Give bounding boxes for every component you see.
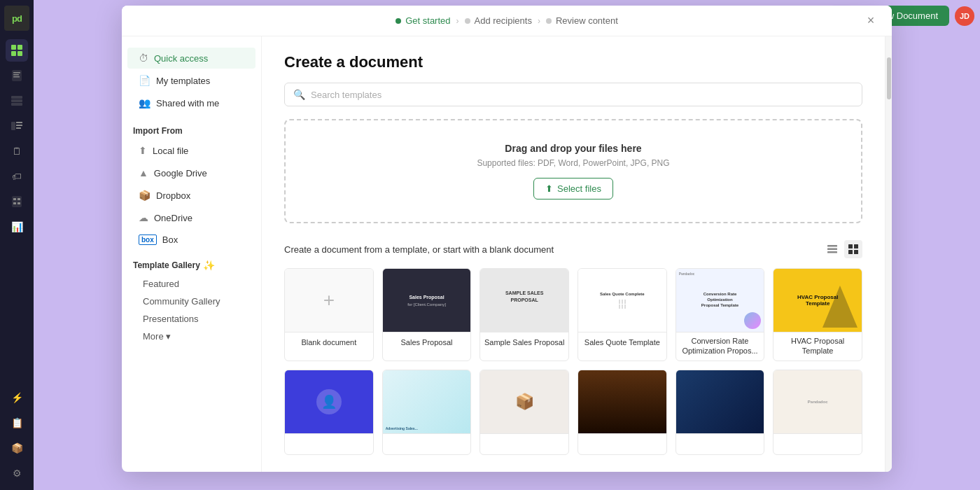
sidebar-icon-settings[interactable]: ⚙ — [6, 462, 28, 484]
svg-rect-0 — [11, 45, 16, 50]
svg-rect-10 — [11, 103, 22, 106]
svg-rect-21 — [827, 248, 837, 251]
modal-scrollbar[interactable] — [885, 36, 892, 472]
onedrive-label: OneDrive — [154, 213, 192, 223]
template-sample-sales[interactable]: SAMPLE SALES PROPOSAL Sample Sales Propo… — [479, 268, 569, 361]
blank-label: Blank document — [285, 332, 373, 353]
sidebar-quick-access[interactable]: ⏱ Quick access — [127, 48, 255, 69]
template-blank[interactable]: + Blank document — [284, 268, 374, 361]
sidebar-icon-chart[interactable]: 📊 — [6, 216, 28, 238]
step-3: Review content — [546, 15, 618, 26]
svg-rect-19 — [18, 202, 20, 204]
row2-4-label — [578, 433, 666, 454]
main-content: ↻ + New Document JD Get started › Add re… — [34, 0, 980, 490]
template-section-label: Create a document from a template, or st… — [284, 244, 554, 255]
modal-overlay: Get started › Add recipients › Review co… — [34, 0, 980, 490]
sidebar-local-file[interactable]: ⬆ Local file — [127, 140, 255, 161]
template-row2-6[interactable]: Pandadoc — [773, 370, 862, 455]
sidebar-box[interactable]: box Box — [127, 230, 255, 250]
sidebar-icon-lightning[interactable]: ⚡ — [6, 386, 28, 409]
svg-rect-2 — [11, 51, 16, 56]
onedrive-icon: ☁ — [139, 212, 148, 223]
app-logo[interactable]: pd — [4, 6, 29, 31]
sidebar-presentations[interactable]: Presentations — [122, 310, 261, 328]
modal-header: Get started › Add recipients › Review co… — [122, 6, 892, 36]
step-1-dot — [396, 18, 401, 24]
sidebar-shared-with-me[interactable]: 👥 Shared with me — [127, 92, 255, 113]
step-1: Get started — [396, 15, 450, 26]
template-conversion-rate[interactable]: Conversion RateOptimizationProposal Temp… — [676, 268, 765, 361]
my-templates-label: My templates — [156, 76, 210, 86]
template-row2-3[interactable]: 📦 — [479, 370, 569, 455]
quick-access-icon: ⏱ — [139, 52, 148, 64]
sidebar-icon-tag[interactable]: 🏷 — [6, 165, 28, 188]
template-row2-1[interactable]: 👤 — [284, 370, 374, 455]
my-templates-icon: 📄 — [139, 75, 150, 86]
sidebar-icon-page[interactable]: 🗒 — [6, 140, 28, 162]
modal-body: ⏱ Quick access 📄 My templates 👥 Shared w… — [122, 36, 892, 472]
grid-view-toggle[interactable] — [844, 240, 862, 258]
sidebar-more[interactable]: More ▾ — [122, 328, 261, 345]
hvac-label: HVAC Proposal Template — [774, 332, 862, 360]
sidebar-my-templates[interactable]: 📄 My templates — [127, 70, 255, 91]
drop-zone-subtitle: Supported files: PDF, Word, PowerPoint, … — [300, 158, 847, 168]
row2-5-label — [676, 433, 764, 454]
svg-rect-20 — [827, 245, 837, 247]
sidebar-icon-cube[interactable]: 📦 — [6, 437, 28, 459]
sidebar-featured[interactable]: Featured — [122, 275, 261, 293]
sidebar-dropbox[interactable]: 📦 Dropbox — [127, 185, 255, 206]
template-row2-2[interactable]: Advertising Sales... — [382, 370, 472, 455]
sidebar-icon-docs[interactable] — [6, 64, 28, 87]
template-sales-proposal[interactable]: Sales Proposal for [Client.Company] Sale… — [382, 268, 472, 361]
sidebar-icon-box[interactable]: 📋 — [6, 412, 28, 434]
sidebar-icon-table[interactable] — [6, 90, 28, 112]
shared-label: Shared with me — [156, 98, 219, 108]
row2-3-thumb: 📦 — [480, 370, 568, 433]
svg-rect-15 — [12, 196, 22, 207]
search-input[interactable] — [311, 90, 853, 100]
template-sales-quote[interactable]: Sales Quote Complete — [578, 268, 667, 361]
app-sidebar: pd 🗒 🏷 — [0, 0, 34, 490]
sidebar-onedrive[interactable]: ☁ OneDrive — [127, 207, 255, 228]
sales-proposal-thumb: Sales Proposal for [Client.Company] — [383, 269, 471, 332]
svg-rect-4 — [12, 70, 22, 81]
blank-thumb: + — [285, 269, 373, 332]
template-row2-5[interactable] — [676, 370, 765, 455]
svg-rect-16 — [13, 198, 16, 200]
drop-zone-title: Drag and drop your files here — [300, 143, 847, 154]
chevron-1: › — [456, 16, 459, 26]
template-hvac[interactable]: HVAC ProposalTemplate HVAC Proposal Temp… — [773, 268, 862, 361]
dropbox-label: Dropbox — [156, 190, 190, 201]
svg-rect-24 — [854, 244, 858, 248]
box-logo: box — [139, 234, 157, 245]
svg-rect-8 — [11, 96, 22, 99]
modal-title: Create a document — [284, 53, 862, 71]
list-view-toggle[interactable] — [823, 240, 841, 258]
select-files-button[interactable]: ⬆ Select files — [533, 178, 613, 200]
sidebar-google-drive[interactable]: ▲ Google Drive — [127, 162, 255, 183]
step-2-dot — [465, 18, 470, 24]
modal-close-button[interactable]: × — [861, 11, 881, 31]
row2-4-thumb — [578, 370, 666, 433]
svg-rect-25 — [848, 250, 853, 254]
row2-6-thumb: Pandadoc — [774, 370, 862, 433]
svg-rect-1 — [18, 45, 22, 50]
svg-rect-7 — [13, 76, 20, 78]
svg-rect-9 — [11, 99, 22, 102]
sidebar-icon-grid[interactable] — [6, 39, 28, 62]
svg-rect-13 — [16, 125, 22, 126]
google-drive-icon: ▲ — [139, 167, 148, 178]
sales-quote-label: Sales Quote Template — [578, 332, 666, 353]
sidebar-icon-form[interactable] — [6, 190, 28, 213]
template-row2-4[interactable] — [578, 370, 667, 455]
sidebar-community-gallery[interactable]: Community Gallery — [122, 293, 261, 310]
svg-rect-6 — [13, 74, 19, 76]
select-files-label: Select files — [557, 183, 601, 194]
dropbox-icon: 📦 — [139, 190, 150, 201]
sidebar-icon-lines[interactable] — [6, 115, 28, 137]
import-section-header: Import From — [122, 118, 261, 140]
gallery-section-label: Template Gallery — [133, 260, 200, 270]
search-bar: 🔍 — [284, 83, 862, 106]
sales-proposal-label: Sales Proposal — [383, 332, 471, 353]
search-icon: 🔍 — [293, 89, 305, 100]
